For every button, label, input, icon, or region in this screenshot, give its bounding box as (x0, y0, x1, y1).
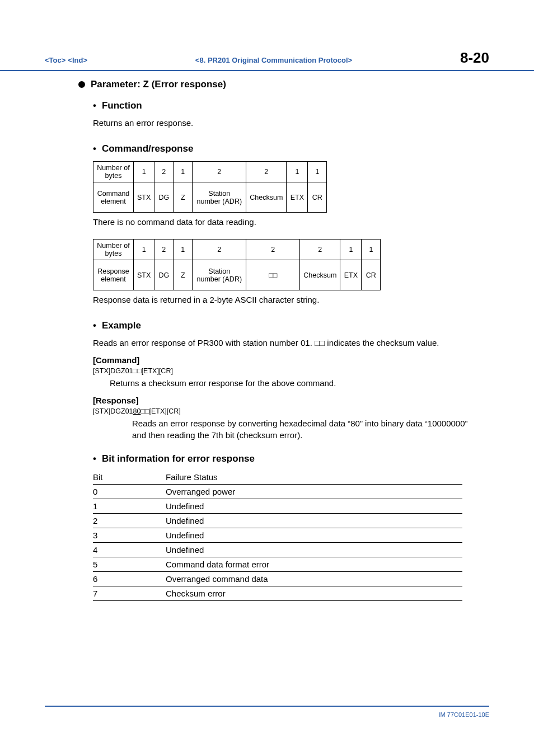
table-cell: Undefined (166, 528, 462, 543)
response-line: [STX]DGZ0180□□[ETX][CR] (93, 407, 478, 415)
function-text: Returns an error response. (93, 117, 478, 129)
table-cell: Undefined (166, 543, 462, 557)
table-cell: Command element (93, 182, 134, 213)
resp-note: Response data is returned in a 2-byte AS… (93, 294, 478, 306)
table-cell: 1 (93, 499, 166, 514)
table-header: Bit (93, 470, 166, 485)
table-cell: Undefined (166, 514, 462, 528)
response-desc: Reads an error response by converting he… (132, 417, 478, 441)
example-intro: Reads an error response of PR300 with st… (93, 337, 478, 349)
table-cell: 1 (308, 162, 327, 182)
bitinfo-title: Bit information for error response (102, 453, 255, 464)
table-cell: Z (174, 182, 193, 213)
table-cell: 2 (93, 514, 166, 528)
table-row: Bit Failure Status (93, 470, 462, 485)
table-cell: 2 (154, 240, 174, 260)
table-row: 1Undefined (93, 499, 462, 514)
table-cell: 1 (134, 240, 154, 260)
page-number: 8-20 (460, 49, 489, 67)
table-cell: ETX (287, 182, 308, 213)
table-row: 5Command data format error (93, 557, 462, 572)
table-row: 7Checksum error (93, 586, 462, 601)
parameter-title: Parameter: Z (Error response) (91, 79, 226, 90)
table-cell: 4 (93, 543, 166, 557)
table-cell: 6 (93, 572, 166, 586)
table-cell: Station number (ADR) (193, 260, 246, 290)
table-cell: DG (154, 260, 174, 290)
table-cell: 1 (340, 240, 362, 260)
table-cell: 2 (193, 240, 246, 260)
footer-divider (45, 706, 489, 707)
ind-link[interactable]: <Ind> (68, 56, 87, 64)
table-cell: Command data format error (166, 557, 462, 572)
table-cell: Overranged command data (166, 572, 462, 586)
table-cell: □□ (246, 260, 300, 290)
table-cell: 1 (287, 162, 308, 182)
table-cell: STX (134, 260, 154, 290)
table-cell: 2 (246, 162, 287, 182)
command-label: [Command] (93, 355, 478, 365)
table-row: 0Overranged power (93, 485, 462, 499)
table-cell: Checksum error (166, 586, 462, 601)
response-label: [Response] (93, 396, 478, 405)
chapter-title: <8. PR201 Original Communication Protoco… (195, 56, 352, 64)
toc-link[interactable]: <Toc> (45, 56, 65, 64)
table-row: 6Overranged command data (93, 572, 462, 586)
table-cell: 1 (362, 240, 381, 260)
command-table: Number of bytes 1 2 1 2 2 1 1 Command el… (93, 161, 327, 213)
table-cell: 2 (300, 240, 340, 260)
example-title: Example (102, 320, 141, 331)
table-cell: 3 (93, 528, 166, 543)
bit-table: Bit Failure Status 0Overranged power 1Un… (93, 470, 462, 601)
table-cell: 1 (134, 162, 154, 182)
table-cell: 0 (93, 485, 166, 499)
command-line: [STX]DGZ01□□[ETX][CR] (93, 367, 478, 375)
bullet-icon: • (93, 453, 96, 464)
table-cell: Checksum (300, 260, 340, 290)
table-cell: 1 (174, 162, 193, 182)
table-cell: 7 (93, 586, 166, 601)
parameter-heading: Parameter: Z (Error response) (78, 79, 478, 90)
response-table: Number of bytes 1 2 1 2 2 2 1 1 Response… (93, 239, 381, 290)
cmd-note: There is no command data for data readin… (93, 216, 478, 228)
table-cell: DG (154, 182, 174, 213)
table-header: Failure Status (166, 470, 462, 485)
bullet-icon (78, 81, 85, 88)
table-cell: 1 (174, 240, 193, 260)
table-cell: CR (362, 260, 381, 290)
table-cell: 2 (154, 162, 174, 182)
table-row: 3Undefined (93, 528, 462, 543)
command-desc: Returns a checksum error response for th… (110, 377, 478, 389)
table-cell: Response element (93, 260, 134, 290)
table-cell: CR (308, 182, 327, 213)
table-cell: Checksum (246, 182, 287, 213)
table-row: 4Undefined (93, 543, 462, 557)
function-title: Function (102, 100, 142, 111)
footer-doc-id: IM 77C01E01-10E (439, 711, 490, 718)
table-cell: Number of bytes (93, 162, 134, 182)
example-heading: • Example (93, 320, 478, 331)
table-cell: ETX (340, 260, 362, 290)
table-cell: Number of bytes (93, 240, 134, 260)
bitinfo-heading: • Bit information for error response (93, 453, 478, 464)
function-heading: • Function (93, 100, 478, 111)
table-cell: Z (174, 260, 193, 290)
table-cell: Overranged power (166, 485, 462, 499)
table-cell: STX (134, 182, 154, 213)
table-cell: 5 (93, 557, 166, 572)
cmdresp-heading: • Command/response (93, 143, 478, 154)
bullet-icon: • (93, 100, 96, 111)
table-cell: 2 (246, 240, 300, 260)
bullet-icon: • (93, 320, 96, 331)
table-row: 2Undefined (93, 514, 462, 528)
page-header: <Toc> <Ind> <8. PR201 Original Communica… (0, 0, 534, 71)
table-cell: 2 (193, 162, 246, 182)
cmdresp-title: Command/response (102, 143, 193, 154)
table-cell: Undefined (166, 499, 462, 514)
bullet-icon: • (93, 143, 96, 154)
table-cell: Station number (ADR) (193, 182, 246, 213)
